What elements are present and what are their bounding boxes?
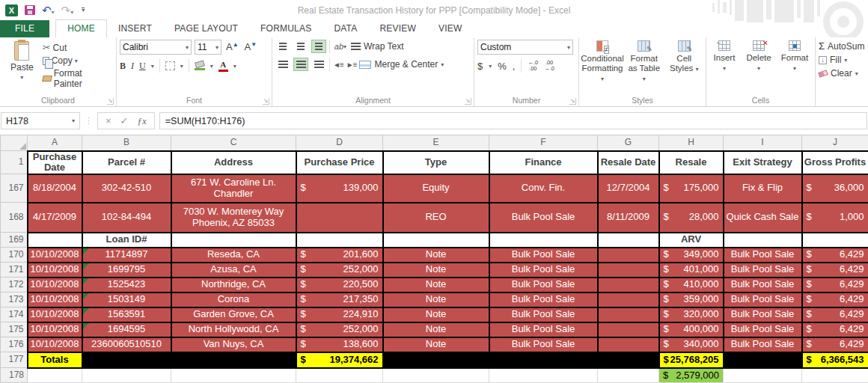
cell-I173[interactable]: Bulk Pool Sale <box>724 292 802 307</box>
cell-E170[interactable]: Note <box>383 248 489 263</box>
cell-E168[interactable]: REO <box>383 203 489 233</box>
redo-button[interactable]: ↷▾ <box>61 4 74 17</box>
cell-G171[interactable] <box>598 263 659 278</box>
font-size-combobox[interactable]: 11▾ <box>195 40 221 55</box>
paste-button[interactable]: Paste ▾ <box>6 40 38 95</box>
cell-I178[interactable] <box>724 368 802 383</box>
cell-F168[interactable]: Bulk Pool Sale <box>489 203 598 233</box>
cell-D174[interactable]: $224,910 <box>296 307 383 322</box>
cell-E1[interactable]: Type <box>383 151 489 174</box>
comma-style-button[interactable]: , <box>513 61 516 72</box>
cell-F1[interactable]: Finance <box>489 151 598 174</box>
cell-B175[interactable]: 1694595 <box>82 322 171 337</box>
cell-I170[interactable]: Bulk Pool Sale <box>724 248 802 263</box>
cell-G176[interactable] <box>598 337 659 352</box>
cell-E176[interactable]: Note <box>383 337 489 352</box>
cell-E173[interactable]: Note <box>383 292 489 307</box>
cell-D171[interactable]: $252,000 <box>296 263 383 278</box>
cell-J177[interactable]: $6,366,543 <box>802 352 868 368</box>
cell-G170[interactable] <box>598 248 659 263</box>
cell-B169[interactable]: Loan ID# <box>82 233 171 248</box>
cell-E169[interactable] <box>383 233 489 248</box>
cell-D173[interactable]: $217,350 <box>296 292 383 307</box>
decrease-decimal-button[interactable]: .00 →.0 <box>544 60 554 73</box>
tab-review[interactable]: REVIEW <box>368 20 427 37</box>
align-right-button[interactable] <box>311 58 326 71</box>
cell-J173[interactable]: $6,429 <box>802 292 868 307</box>
cell-E177[interactable] <box>383 352 489 368</box>
cell-D176[interactable]: $138,600 <box>296 337 383 352</box>
cell-J172[interactable]: $6,429 <box>802 278 868 292</box>
cell-H177[interactable]: $25,768,205 <box>659 352 724 368</box>
cell-E171[interactable]: Note <box>383 263 489 278</box>
column-header-E[interactable]: E <box>383 135 489 151</box>
cell-B177[interactable] <box>82 352 171 368</box>
cell-D167[interactable]: $139,000 <box>296 174 383 203</box>
cell-F178[interactable] <box>489 368 598 383</box>
cell-H1[interactable]: Resale <box>659 151 724 174</box>
cell-I171[interactable]: Bulk Pool Sale <box>724 263 802 278</box>
cell-A175[interactable]: 10/10/2008 <box>28 322 82 337</box>
format-painter-button[interactable]: Format Painter <box>43 68 113 89</box>
column-header-D[interactable]: D <box>296 135 383 151</box>
cell-J178[interactable] <box>802 368 868 383</box>
cell-I172[interactable]: Bulk Pool Sale <box>724 278 802 292</box>
accounting-format-button[interactable]: $ <box>477 61 483 72</box>
tab-data[interactable]: DATA <box>323 20 368 37</box>
cell-B178[interactable] <box>82 368 171 383</box>
clipboard-dialog-launcher[interactable]: ↘ <box>107 98 114 105</box>
column-header-H[interactable]: H <box>659 135 724 151</box>
row-header-174[interactable]: 174 <box>1 307 28 322</box>
cell-D169[interactable] <box>296 233 383 248</box>
cell-C169[interactable] <box>171 233 296 248</box>
insert-cells-button[interactable]: ← Insert▾ <box>709 40 739 95</box>
font-name-combobox[interactable]: Calibri▾ <box>120 40 192 55</box>
cell-H169[interactable]: ARV <box>659 233 724 248</box>
select-all-corner[interactable] <box>1 135 28 151</box>
cell-H171[interactable]: $401,000 <box>659 263 724 278</box>
cell-F172[interactable]: Bulk Pool Sale <box>489 278 598 292</box>
cell-I175[interactable]: Bulk Pool Sale <box>724 322 802 337</box>
cell-A169[interactable] <box>28 233 82 248</box>
column-header-F[interactable]: F <box>489 135 598 151</box>
cell-B171[interactable]: 1699795 <box>82 263 171 278</box>
cell-A1[interactable]: Purchase Date <box>28 151 82 174</box>
cell-J167[interactable]: $36,000 <box>802 174 868 203</box>
insert-function-button[interactable]: ƒx <box>138 115 147 127</box>
cell-H174[interactable]: $320,000 <box>659 307 724 322</box>
percent-style-button[interactable]: % <box>498 61 507 72</box>
column-header-A[interactable]: A <box>28 135 82 151</box>
top-align-button[interactable] <box>275 40 290 53</box>
row-header-167[interactable]: 167 <box>1 174 28 203</box>
cell-C167[interactable]: 671 W. Caroline Ln. Chandler <box>171 174 296 203</box>
cell-D175[interactable]: $252,000 <box>296 322 383 337</box>
cell-J175[interactable]: $6,429 <box>802 322 868 337</box>
cell-A176[interactable]: 10/10/2008 <box>28 337 82 352</box>
cell-I169[interactable] <box>724 233 802 248</box>
autosum-button[interactable]: ΣAutoSum <box>819 40 865 52</box>
row-header-175[interactable]: 175 <box>1 322 28 337</box>
merge-center-button[interactable]: Merge & Center ▾ <box>359 59 444 70</box>
column-header-G[interactable]: G <box>598 135 659 151</box>
font-color-button[interactable]: A <box>218 61 228 72</box>
undo-button[interactable]: ↶▾ <box>42 4 55 17</box>
middle-align-button[interactable] <box>293 40 308 53</box>
formula-input[interactable]: =SUM(H170:H176) <box>159 112 867 129</box>
clear-button[interactable]: Clear ▾ <box>819 68 865 79</box>
bold-button[interactable]: B <box>120 61 126 72</box>
cut-button[interactable]: ✂Cut <box>43 42 113 53</box>
cell-E172[interactable]: Note <box>383 278 489 292</box>
alignment-dialog-launcher[interactable]: ↘ <box>465 98 471 105</box>
cell-I176[interactable]: Bulk Pool Sale <box>724 337 802 352</box>
cell-H176[interactable]: $340,000 <box>659 337 724 352</box>
cell-B172[interactable]: 1525423 <box>82 278 171 292</box>
cell-C172[interactable]: Northridge, CA <box>171 278 296 292</box>
tab-home[interactable]: HOME <box>55 19 107 37</box>
cell-E175[interactable]: Note <box>383 322 489 337</box>
cell-D1[interactable]: Purchase Price <box>296 151 383 174</box>
tab-file[interactable]: FILE <box>0 20 49 37</box>
cell-J1[interactable]: Gross Profits <box>802 151 868 174</box>
cell-J170[interactable]: $6,429 <box>802 248 868 263</box>
cell-A168[interactable]: 4/17/2009 <box>28 203 82 233</box>
cell-G168[interactable]: 8/11/2009 <box>598 203 659 233</box>
